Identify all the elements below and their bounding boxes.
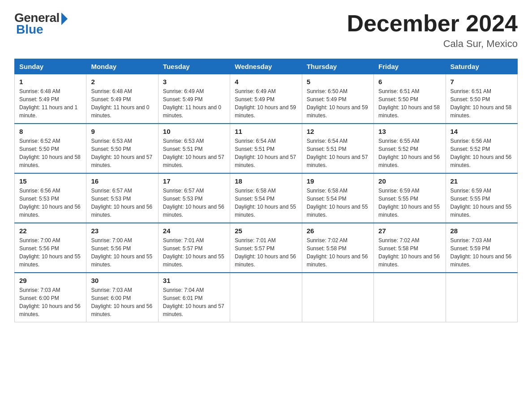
day-info: Sunrise: 6:48 AMSunset: 5:49 PMDaylight:… bbox=[19, 87, 82, 120]
page-header: General Blue December 2024 Cala Sur, Mex… bbox=[14, 11, 518, 50]
day-info: Sunrise: 7:00 AMSunset: 5:56 PMDaylight:… bbox=[91, 236, 153, 269]
day-cell: 12Sunrise: 6:54 AMSunset: 5:51 PMDayligh… bbox=[302, 124, 373, 173]
day-info: Sunrise: 6:53 AMSunset: 5:51 PMDaylight:… bbox=[163, 137, 225, 169]
day-cell: 21Sunrise: 6:59 AMSunset: 5:55 PMDayligh… bbox=[446, 173, 517, 223]
day-number: 10 bbox=[163, 128, 225, 135]
day-info: Sunrise: 6:57 AMSunset: 5:53 PMDaylight:… bbox=[163, 187, 225, 219]
day-cell: 15Sunrise: 6:56 AMSunset: 5:53 PMDayligh… bbox=[15, 173, 86, 223]
day-number: 28 bbox=[450, 227, 513, 235]
day-number: 30 bbox=[91, 277, 153, 284]
calendar-body: 1Sunrise: 6:48 AMSunset: 5:49 PMDaylight… bbox=[15, 74, 518, 322]
day-info: Sunrise: 6:49 AMSunset: 5:49 PMDaylight:… bbox=[163, 87, 225, 120]
day-info: Sunrise: 7:01 AMSunset: 5:57 PMDaylight:… bbox=[163, 236, 225, 269]
day-info: Sunrise: 7:02 AMSunset: 5:58 PMDaylight:… bbox=[307, 236, 369, 269]
day-number: 25 bbox=[235, 227, 297, 235]
day-cell: 2Sunrise: 6:48 AMSunset: 5:49 PMDaylight… bbox=[86, 74, 158, 124]
day-cell: 18Sunrise: 6:58 AMSunset: 5:54 PMDayligh… bbox=[230, 173, 302, 223]
day-number: 3 bbox=[163, 78, 225, 86]
day-cell: 23Sunrise: 7:00 AMSunset: 5:56 PMDayligh… bbox=[86, 223, 158, 273]
day-cell: 27Sunrise: 7:02 AMSunset: 5:58 PMDayligh… bbox=[374, 223, 446, 273]
day-cell: 13Sunrise: 6:55 AMSunset: 5:52 PMDayligh… bbox=[374, 124, 446, 173]
day-info: Sunrise: 6:51 AMSunset: 5:50 PMDaylight:… bbox=[450, 87, 513, 120]
day-number: 27 bbox=[378, 227, 441, 235]
day-info: Sunrise: 6:51 AMSunset: 5:50 PMDaylight:… bbox=[378, 87, 441, 120]
header-cell-sunday: Sunday bbox=[15, 59, 86, 74]
day-cell: 26Sunrise: 7:02 AMSunset: 5:58 PMDayligh… bbox=[302, 223, 373, 273]
header-cell-wednesday: Wednesday bbox=[230, 59, 302, 74]
day-cell: 17Sunrise: 6:57 AMSunset: 5:53 PMDayligh… bbox=[158, 173, 230, 223]
day-cell: 8Sunrise: 6:52 AMSunset: 5:50 PMDaylight… bbox=[15, 124, 86, 173]
day-info: Sunrise: 7:04 AMSunset: 6:01 PMDaylight:… bbox=[163, 286, 225, 318]
day-number: 21 bbox=[450, 177, 513, 185]
day-number: 19 bbox=[307, 177, 369, 185]
day-number: 13 bbox=[378, 128, 441, 135]
day-cell: 30Sunrise: 7:03 AMSunset: 6:00 PMDayligh… bbox=[86, 273, 158, 322]
day-number: 2 bbox=[91, 78, 153, 86]
day-cell: 16Sunrise: 6:57 AMSunset: 5:53 PMDayligh… bbox=[86, 173, 158, 223]
day-number: 8 bbox=[19, 128, 82, 135]
day-cell: 31Sunrise: 7:04 AMSunset: 6:01 PMDayligh… bbox=[158, 273, 230, 322]
day-number: 23 bbox=[91, 227, 153, 235]
day-info: Sunrise: 7:00 AMSunset: 5:56 PMDaylight:… bbox=[19, 236, 82, 269]
day-cell: 10Sunrise: 6:53 AMSunset: 5:51 PMDayligh… bbox=[158, 124, 230, 173]
day-number: 4 bbox=[235, 78, 297, 86]
calendar-header: SundayMondayTuesdayWednesdayThursdayFrid… bbox=[15, 59, 518, 74]
week-row-2: 8Sunrise: 6:52 AMSunset: 5:50 PMDaylight… bbox=[15, 124, 518, 173]
week-row-3: 15Sunrise: 6:56 AMSunset: 5:53 PMDayligh… bbox=[15, 173, 518, 223]
day-cell: 14Sunrise: 6:56 AMSunset: 5:52 PMDayligh… bbox=[446, 124, 517, 173]
day-info: Sunrise: 7:03 AMSunset: 6:00 PMDaylight:… bbox=[91, 286, 153, 318]
logo: General Blue bbox=[14, 11, 68, 37]
day-cell: 24Sunrise: 7:01 AMSunset: 5:57 PMDayligh… bbox=[158, 223, 230, 273]
day-number: 5 bbox=[307, 78, 369, 86]
day-number: 15 bbox=[19, 177, 82, 185]
day-info: Sunrise: 6:55 AMSunset: 5:52 PMDaylight:… bbox=[378, 137, 441, 169]
header-cell-monday: Monday bbox=[86, 59, 158, 74]
day-cell: 1Sunrise: 6:48 AMSunset: 5:49 PMDaylight… bbox=[15, 74, 86, 124]
week-row-4: 22Sunrise: 7:00 AMSunset: 5:56 PMDayligh… bbox=[15, 223, 518, 273]
day-cell: 4Sunrise: 6:49 AMSunset: 5:49 PMDaylight… bbox=[230, 74, 302, 124]
day-info: Sunrise: 6:57 AMSunset: 5:53 PMDaylight:… bbox=[91, 187, 153, 219]
day-info: Sunrise: 6:58 AMSunset: 5:54 PMDaylight:… bbox=[235, 187, 297, 219]
day-info: Sunrise: 6:52 AMSunset: 5:50 PMDaylight:… bbox=[19, 137, 82, 169]
week-row-5: 29Sunrise: 7:03 AMSunset: 6:00 PMDayligh… bbox=[15, 273, 518, 322]
logo-arrow-icon bbox=[61, 13, 68, 25]
day-number: 16 bbox=[91, 177, 153, 185]
day-number: 26 bbox=[307, 227, 369, 235]
day-number: 11 bbox=[235, 128, 297, 135]
week-row-1: 1Sunrise: 6:48 AMSunset: 5:49 PMDaylight… bbox=[15, 74, 518, 124]
day-number: 6 bbox=[378, 78, 441, 86]
header-cell-tuesday: Tuesday bbox=[158, 59, 230, 74]
day-number: 18 bbox=[235, 177, 297, 185]
day-info: Sunrise: 6:59 AMSunset: 5:55 PMDaylight:… bbox=[378, 187, 441, 219]
day-cell bbox=[374, 273, 446, 322]
header-row: SundayMondayTuesdayWednesdayThursdayFrid… bbox=[15, 59, 518, 74]
header-cell-saturday: Saturday bbox=[446, 59, 517, 74]
day-number: 9 bbox=[91, 128, 153, 135]
month-title: December 2024 bbox=[347, 11, 518, 36]
day-number: 12 bbox=[307, 128, 369, 135]
day-info: Sunrise: 6:54 AMSunset: 5:51 PMDaylight:… bbox=[235, 137, 297, 169]
calendar-table: SundayMondayTuesdayWednesdayThursdayFrid… bbox=[14, 59, 518, 322]
day-info: Sunrise: 7:03 AMSunset: 5:59 PMDaylight:… bbox=[450, 236, 513, 269]
day-number: 1 bbox=[19, 78, 82, 86]
day-info: Sunrise: 6:56 AMSunset: 5:53 PMDaylight:… bbox=[19, 187, 82, 219]
day-info: Sunrise: 7:03 AMSunset: 6:00 PMDaylight:… bbox=[19, 286, 82, 318]
logo-blue-text: Blue bbox=[16, 22, 43, 37]
day-cell: 7Sunrise: 6:51 AMSunset: 5:50 PMDaylight… bbox=[446, 74, 517, 124]
day-cell bbox=[302, 273, 373, 322]
day-info: Sunrise: 6:54 AMSunset: 5:51 PMDaylight:… bbox=[307, 137, 369, 169]
day-info: Sunrise: 7:01 AMSunset: 5:57 PMDaylight:… bbox=[235, 236, 297, 269]
day-number: 7 bbox=[450, 78, 513, 86]
day-cell bbox=[230, 273, 302, 322]
day-number: 17 bbox=[163, 177, 225, 185]
day-info: Sunrise: 6:56 AMSunset: 5:52 PMDaylight:… bbox=[450, 137, 513, 169]
day-cell bbox=[446, 273, 517, 322]
header-cell-friday: Friday bbox=[374, 59, 446, 74]
day-cell: 29Sunrise: 7:03 AMSunset: 6:00 PMDayligh… bbox=[15, 273, 86, 322]
location-text: Cala Sur, Mexico bbox=[347, 38, 518, 50]
day-number: 31 bbox=[163, 277, 225, 284]
day-cell: 3Sunrise: 6:49 AMSunset: 5:49 PMDaylight… bbox=[158, 74, 230, 124]
day-info: Sunrise: 7:02 AMSunset: 5:58 PMDaylight:… bbox=[378, 236, 441, 269]
day-cell: 6Sunrise: 6:51 AMSunset: 5:50 PMDaylight… bbox=[374, 74, 446, 124]
day-cell: 25Sunrise: 7:01 AMSunset: 5:57 PMDayligh… bbox=[230, 223, 302, 273]
